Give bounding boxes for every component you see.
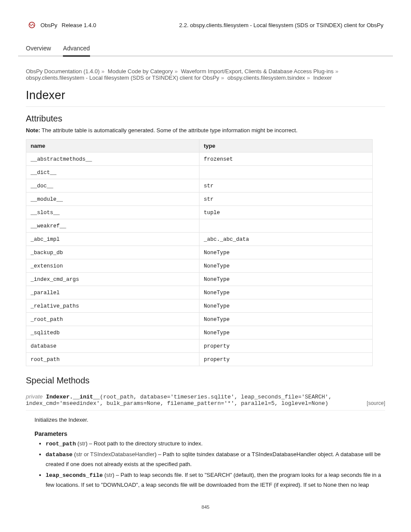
attr-name-cell: _extension xyxy=(26,259,199,273)
table-row: __module__str xyxy=(26,193,373,206)
crumb-0[interactable]: ObsPy Documentation (1.4.0) xyxy=(26,68,100,75)
attr-name-cell: _root_path xyxy=(26,313,199,326)
func-name: Indexer.__init__ xyxy=(46,394,100,400)
attr-name-cell: __dict__ xyxy=(26,166,199,179)
header-section: 2.2. obspy.clients.filesystem - Local fi… xyxy=(179,22,383,28)
attr-col-name: name xyxy=(26,140,199,152)
table-row: _sqlitedbNoneType xyxy=(26,326,373,339)
attr-type-cell: NoneType xyxy=(199,326,373,339)
obspy-logo-icon xyxy=(28,21,36,29)
attr-name-cell: _index_cmd_args xyxy=(26,273,199,286)
title-rule xyxy=(26,106,385,107)
attr-type-cell: NoneType xyxy=(199,246,373,259)
attr-name-cell: _backup_db xyxy=(26,246,199,259)
attr-name-cell: database xyxy=(26,339,199,353)
page: ObsPy Release 1.4.0 2.2. obspy.clients.f… xyxy=(0,0,411,527)
attr-name-cell: _parallel xyxy=(26,286,199,299)
attr-type-cell: frozenset xyxy=(199,152,373,166)
attributes-table: name type __abstractmethods__frozenset__… xyxy=(26,139,373,366)
table-row: _root_pathNoneType xyxy=(26,313,373,326)
attr-name-cell: __weakref__ xyxy=(26,219,199,233)
function-signature: private Indexer.__init__(root_path, data… xyxy=(26,393,385,407)
table-row: _relative_pathsNoneType xyxy=(26,299,373,313)
table-row: _extensionNoneType xyxy=(26,259,373,273)
table-row: _backup_dbNoneType xyxy=(26,246,373,259)
attr-type-cell: tuple xyxy=(199,206,373,219)
attr-name-cell: __abstractmethods__ xyxy=(26,152,199,166)
param-item: database (str or TSIndexDatabaseHandler)… xyxy=(46,450,385,469)
table-row: root_pathproperty xyxy=(26,353,373,366)
header-library: ObsPy xyxy=(40,22,57,28)
page-title: Indexer xyxy=(26,89,385,102)
attr-name-cell: __doc__ xyxy=(26,179,199,193)
func-rule xyxy=(26,410,385,411)
attr-type-cell: property xyxy=(199,353,373,366)
crumb-3[interactable]: obspy.clients.filesystem - Local filesys… xyxy=(26,75,219,81)
breadcrumb: ObsPy Documentation (1.4.0)» Module Code… xyxy=(26,68,385,81)
attr-col-type: type xyxy=(199,140,373,152)
attr-type-cell xyxy=(199,166,373,179)
attr-type-cell: str xyxy=(199,179,373,193)
attr-type-cell: _abc._abc_data xyxy=(199,233,373,246)
attr-type-cell: NoneType xyxy=(199,286,373,299)
attr-name-cell: _sqlitedb xyxy=(26,326,199,339)
page-header: ObsPy Release 1.4.0 2.2. obspy.clients.f… xyxy=(26,21,385,29)
table-row: __doc__str xyxy=(26,179,373,193)
tab-overview[interactable]: Overview xyxy=(26,45,51,57)
func-desc: Initializes the Indexer. xyxy=(34,416,385,424)
table-row: __slots__tuple xyxy=(26,206,373,219)
crumb-4[interactable]: obspy.clients.filesystem.tsindex xyxy=(227,75,305,81)
attr-type-cell: NoneType xyxy=(199,273,373,286)
attr-type-cell: NoneType xyxy=(199,313,373,326)
attributes-note: Note: The attribute table is automatical… xyxy=(26,126,385,135)
attr-type-cell: property xyxy=(199,339,373,353)
attributes-heading: Attributes xyxy=(26,114,385,124)
attr-type-cell: NoneType xyxy=(199,299,373,313)
table-row: _abc_impl_abc._abc_data xyxy=(26,233,373,246)
param-item: leap_seconds_file (str) – Path to leap s… xyxy=(46,470,385,490)
tab-advanced[interactable]: Advanced xyxy=(63,45,90,57)
table-row: __abstractmethods__frozenset xyxy=(26,152,373,166)
func-visibility: private xyxy=(26,393,43,400)
table-row: __weakref__ xyxy=(26,219,373,233)
param-item: root_path (str) – Root path to the direc… xyxy=(46,439,385,449)
header-version: Release 1.4.0 xyxy=(62,22,96,28)
page-number: 845 xyxy=(26,504,385,510)
source-link[interactable]: [source] xyxy=(367,400,385,406)
attr-name-cell: __module__ xyxy=(26,193,199,206)
crumb-5: Indexer xyxy=(313,75,332,81)
table-row: _index_cmd_argsNoneType xyxy=(26,273,373,286)
table-row: __dict__ xyxy=(26,166,373,179)
crumb-1[interactable]: Module Code by Category xyxy=(108,68,173,75)
attr-name-cell: root_path xyxy=(26,353,199,366)
attr-name-cell: _relative_paths xyxy=(26,299,199,313)
parameters-block: root_path (str) – Root path to the direc… xyxy=(37,439,385,489)
tab-strip: Overview Advanced xyxy=(18,45,393,57)
attr-type-cell: str xyxy=(199,193,373,206)
attr-name-cell: _abc_impl xyxy=(26,233,199,246)
attr-type-cell xyxy=(199,219,373,233)
attr-type-cell: NoneType xyxy=(199,259,373,273)
crumb-2[interactable]: Waveform Import/Export, Clients & Databa… xyxy=(181,68,333,75)
table-row: _parallelNoneType xyxy=(26,286,373,299)
parameters-label: Parameters xyxy=(34,430,385,437)
attr-name-cell: __slots__ xyxy=(26,206,199,219)
methods-heading: Special Methods xyxy=(26,376,385,386)
table-row: databaseproperty xyxy=(26,339,373,353)
header-left: ObsPy Release 1.4.0 xyxy=(28,21,96,29)
